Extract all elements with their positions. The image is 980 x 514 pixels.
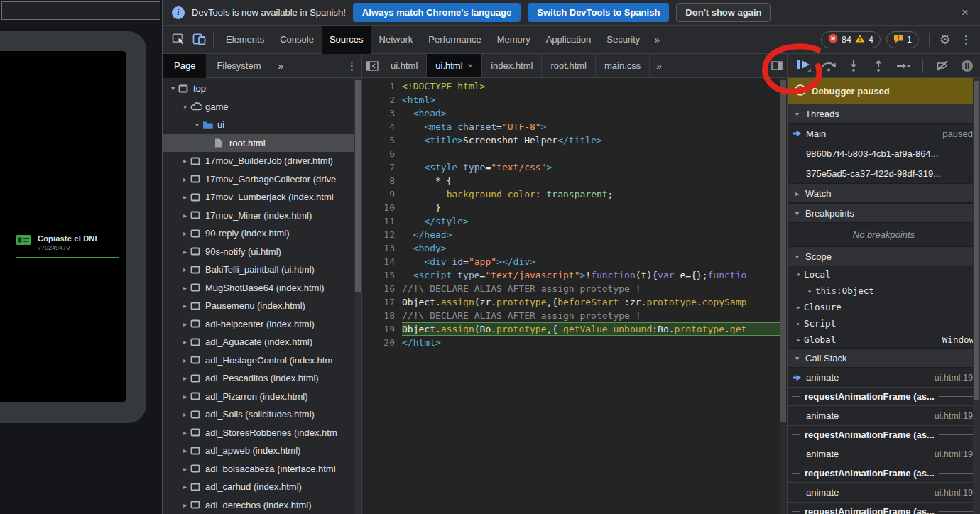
file-tab-main.css[interactable]: main.css [596, 54, 650, 77]
close-tab-icon[interactable]: × [468, 60, 474, 71]
chevron-right-icon[interactable]: ▸ [180, 447, 190, 454]
async-stack-frame[interactable]: requestAnimationFrame (as... [788, 387, 980, 406]
code-line-4[interactable]: 4 <meta charset="UTF-8"> [362, 120, 787, 133]
pause-on-exceptions-icon[interactable] [957, 56, 977, 76]
code-line-2[interactable]: 2<html> [362, 93, 787, 106]
thread-9860b7f4-5803-4cb1-af9a-864...[interactable]: 9860b7f4-5803-4cb1-af9a-864... [788, 143, 980, 163]
device-toolbar-icon[interactable] [189, 30, 209, 50]
step-over-icon[interactable] [819, 56, 839, 76]
tree-item-ui[interactable]: ▾ui [163, 116, 361, 134]
chevron-right-icon[interactable]: ▸ [180, 248, 190, 256]
issues-badge[interactable]: 1 [886, 31, 919, 48]
tree-item-game[interactable]: ▾game [163, 98, 361, 116]
editor-scrollbar-thumb[interactable] [780, 80, 786, 422]
tree-item-17mov_Lumberjack (index.html[interactable]: ▸17mov_Lumberjack (index.html [163, 188, 361, 207]
chevron-right-icon[interactable]: ▸ [180, 429, 190, 437]
chevron-right-icon[interactable]: ▸ [180, 483, 190, 491]
kebab-menu-icon[interactable]: ⋮ [957, 33, 976, 46]
chevron-right-icon[interactable]: ▸ [180, 302, 190, 310]
tree-item-Pausemenu (index.html)[interactable]: ▸Pausemenu (index.html) [163, 297, 361, 315]
sidebar-scrollbar[interactable] [973, 78, 980, 514]
tree-item-BakiTelli_paintball (ui.html)[interactable]: ▸BakiTelli_paintball (ui.html) [163, 261, 361, 279]
chevron-right-icon[interactable]: ▸ [180, 284, 190, 292]
code-line-5[interactable]: 5 <title>Screenshot Helper</title> [362, 133, 787, 147]
step-out-icon[interactable] [869, 56, 888, 76]
gear-icon[interactable]: ⚙ [940, 32, 951, 48]
tab-sources[interactable]: Sources [322, 26, 371, 54]
resume-script-icon[interactable] [794, 56, 814, 76]
chevron-right-icon[interactable]: ▸ [805, 287, 815, 295]
infobar-close-icon[interactable]: × [959, 6, 971, 18]
tab-network[interactable]: Network [371, 26, 421, 54]
chevron-right-icon[interactable]: ▸ [180, 465, 190, 473]
tree-item-adl_StoresRobberies (index.htm[interactable]: ▸adl_StoresRobberies (index.htm [163, 424, 361, 442]
code-line-14[interactable]: 14 <div id="app"></div> [362, 255, 787, 268]
code-line-10[interactable]: 10 } [362, 201, 787, 214]
switch-to-spanish-button[interactable]: Switch DevTools to Spanish [528, 3, 669, 22]
tree-item-adl_Pescaditos (index.html)[interactable]: ▸adl_Pescaditos (index.html) [163, 369, 361, 388]
scope-global[interactable]: ▸GlobalWindow [788, 332, 980, 348]
code-editor[interactable]: 1<!DOCTYPE html>2<html>3 <head>4 <meta c… [362, 78, 787, 514]
thread-Main[interactable]: Mainpaused [788, 124, 980, 143]
errors-warnings-badge[interactable]: 84 4 [821, 31, 881, 48]
stack-frame-6[interactable]: animateui.html:19 [788, 483, 980, 502]
code-line-9[interactable]: 9 background-color: transparent; [362, 187, 787, 201]
chevron-right-icon[interactable]: ▸ [180, 157, 190, 165]
threads-section-header[interactable]: ▾ Threads [788, 104, 980, 124]
breakpoints-section-header[interactable]: ▾ Breakpoints [788, 203, 980, 223]
file-tab-ui.html[interactable]: ui.html× [427, 54, 482, 77]
tree-scrollbar[interactable] [354, 78, 361, 514]
code-line-20[interactable]: 20</html> [362, 336, 787, 349]
chevron-right-icon[interactable]: ▸ [180, 193, 190, 201]
scope-section-header[interactable]: ▾ Scope [788, 246, 980, 266]
chevron-right-icon[interactable]: ▸ [793, 303, 804, 311]
thread-375e5ad5-ca37-422d-98df-319...[interactable]: 375e5ad5-ca37-422d-98df-319... [788, 163, 980, 183]
tab-console[interactable]: Console [272, 26, 322, 54]
scope-script[interactable]: ▸Script [788, 315, 980, 332]
chevron-down-icon[interactable]: ▾ [192, 121, 202, 128]
tree-item-root.html[interactable]: root.html [163, 134, 361, 153]
file-tab-ui.html[interactable]: ui.html [382, 54, 427, 77]
tab-security[interactable]: Security [599, 26, 648, 54]
dont-show-again-button[interactable]: Don't show again [676, 3, 771, 22]
file-tab-root.html[interactable]: root.html [542, 54, 596, 77]
match-language-button[interactable]: Always match Chrome's language [353, 3, 521, 22]
chevron-right-icon[interactable]: ▸ [180, 410, 190, 418]
stack-frame-4[interactable]: animateui.html:19 [788, 444, 980, 464]
code-line-18[interactable]: 18//!\ DECLARE ALIAS AFTER assign protot… [362, 309, 787, 322]
code-line-19[interactable]: 19Object.assign(Bo.prototype,{_getValue_… [362, 322, 787, 336]
tree-scrollbar-thumb[interactable] [355, 80, 361, 292]
tree-item-17mov_Miner (index.html)[interactable]: ▸17mov_Miner (index.html) [163, 207, 361, 225]
code-line-8[interactable]: 8 * { [362, 174, 787, 187]
code-line-12[interactable]: 12 </head> [362, 228, 787, 241]
code-line-11[interactable]: 11 </style> [362, 214, 787, 228]
tree-item-17mov_GarbageCollector (drive[interactable]: ▸17mov_GarbageCollector (drive [163, 170, 361, 189]
tree-item-90-reply (index.html)[interactable]: ▸90-reply (index.html) [163, 224, 361, 243]
async-stack-frame[interactable]: requestAnimationFrame (as... [788, 464, 980, 483]
code-line-17[interactable]: 17Object.assign(zr.prototype,{beforeStar… [362, 295, 787, 309]
tree-item-90s-notify (ui.html)[interactable]: ▸90s-notify (ui.html) [163, 243, 361, 261]
tab-filesystem[interactable]: Filesystem [206, 54, 271, 78]
async-stack-frame[interactable]: requestAnimationFrame (as... [788, 502, 980, 514]
chevron-right-icon[interactable]: ▸ [180, 175, 190, 183]
tab-application[interactable]: Application [538, 26, 599, 54]
tree-item-adl_carhud (index.html)[interactable]: ▸adl_carhud (index.html) [163, 478, 361, 496]
code-line-1[interactable]: 1<!DOCTYPE html> [362, 80, 787, 93]
more-panels-icon[interactable]: » [648, 34, 666, 45]
tree-item-adl_bolsacabeza (interface.html[interactable]: ▸adl_bolsacabeza (interface.html [163, 460, 361, 479]
stack-frame-0[interactable]: animateui.html:19 [788, 368, 980, 387]
tree-item-adl_Pizarron (index.html)[interactable]: ▸adl_Pizarron (index.html) [163, 388, 361, 406]
chevron-right-icon[interactable]: ▸ [180, 356, 190, 364]
chevron-right-icon[interactable]: ▸ [180, 212, 190, 219]
chevron-down-icon[interactable]: ▾ [793, 270, 804, 278]
call-stack-section-header[interactable]: ▾ Call Stack [788, 348, 980, 368]
inspect-icon[interactable] [169, 30, 189, 50]
navigator-kebab-icon[interactable]: ⋮ [342, 60, 361, 72]
chevron-right-icon[interactable]: ▸ [180, 374, 190, 382]
chevron-right-icon[interactable]: ▸ [180, 501, 190, 509]
tab-performance[interactable]: Performance [420, 26, 489, 54]
scope-local[interactable]: ▾Local [788, 266, 980, 283]
tree-item-adl_apweb (index.html)[interactable]: ▸adl_apweb (index.html) [163, 442, 361, 460]
more-navigator-tabs-icon[interactable]: » [272, 60, 290, 72]
code-line-3[interactable]: 3 <head> [362, 106, 787, 120]
